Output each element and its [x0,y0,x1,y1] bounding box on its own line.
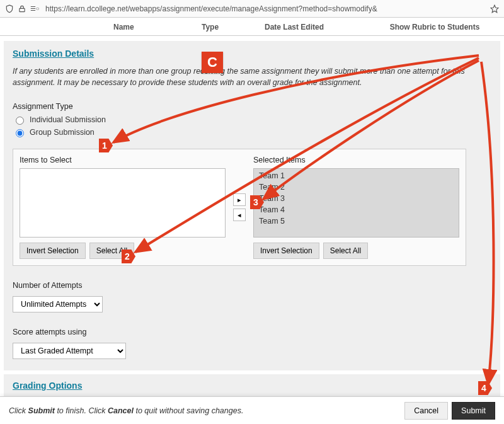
left-invert-selection-button[interactable]: Invert Selection [20,243,86,259]
right-select-all-button[interactable]: Select All [323,243,368,259]
list-item[interactable]: Team 5 [254,215,459,227]
svg-rect-0 [20,8,25,11]
form-footer: Click Submit to finish. Click Cancel to … [0,396,504,424]
score-attempts-label: Score attempts using [13,328,491,336]
radio-individual[interactable]: Individual Submission [13,115,491,125]
submission-details-title[interactable]: Submission Details [13,49,491,59]
move-left-button[interactable]: ◂ [233,209,246,221]
submission-hint: If any students are enrolled in more tha… [13,66,491,88]
selected-items-label: Selected Items [253,156,459,164]
radio-group-label: Group Submission [30,128,94,137]
list-item[interactable]: Team 4 [254,204,459,215]
radio-individual-input[interactable] [16,117,24,125]
items-to-select-box[interactable] [20,168,226,238]
selected-items-col: Selected Items Team 1 Team 2 Team 3 Team… [253,156,459,259]
group-dual-list: Items to Select Invert Selection Select … [13,149,466,266]
annotation-c-badge: C [202,52,223,73]
radio-group[interactable]: Group Submission [13,127,491,137]
number-of-attempts-label: Number of Attempts [13,281,491,290]
radio-group-input[interactable] [16,129,24,137]
list-item[interactable]: Team 2 [254,181,459,193]
col-date: Date Last Edited [265,23,378,32]
move-right-button[interactable]: ▸ [233,193,246,206]
radio-individual-label: Individual Submission [30,115,106,124]
col-rubric: Show Rubric to Students [378,23,491,32]
site-settings-icon[interactable]: ☰○ [30,4,39,13]
right-invert-selection-button[interactable]: Invert Selection [253,243,319,259]
grading-options-title: Grading Options [13,381,491,391]
cancel-button[interactable]: Cancel [404,402,448,420]
list-item[interactable]: Team 1 [254,170,459,181]
number-of-attempts-select[interactable]: Unlimited Attempts [13,296,103,312]
page-content: Name Type Date Last Edited Show Rubric t… [0,18,504,424]
url-input[interactable] [43,3,486,14]
score-attempts-select[interactable]: Last Graded Attempt [13,343,126,359]
shield-icon[interactable] [5,4,14,13]
svg-marker-1 [491,5,498,13]
items-to-select-label: Items to Select [20,156,226,164]
col-type: Type [202,23,265,32]
mover-buttons: ▸ ◂ [232,156,247,259]
browser-address-bar: ☰○ [0,0,504,18]
selected-items-box[interactable]: Team 1 Team 2 Team 3 Team 4 Team 5 [253,168,459,238]
footer-instructions: Click Submit to finish. Click Cancel to … [9,406,404,415]
lock-icon[interactable] [18,4,26,13]
grading-options-section[interactable]: Grading Options [4,374,500,397]
bookmark-star-icon[interactable] [490,4,499,13]
assignment-type-label: Assignment Type [13,102,491,111]
list-item[interactable]: Team 3 [254,193,459,204]
items-to-select-col: Items to Select Invert Selection Select … [20,156,226,259]
submit-button[interactable]: Submit [452,402,495,420]
col-name: Name [113,23,202,32]
rubric-table-header: Name Type Date Last Edited Show Rubric t… [0,18,504,36]
